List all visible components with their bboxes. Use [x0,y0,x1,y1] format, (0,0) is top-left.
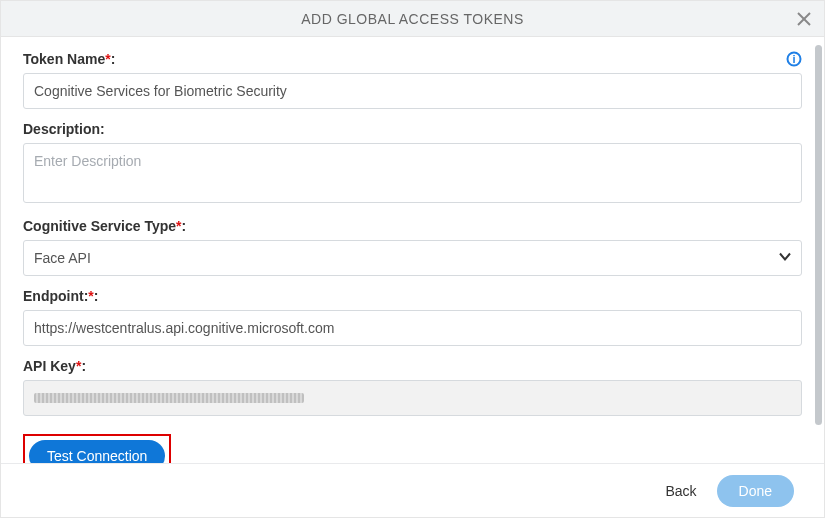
endpoint-label-text: Endpoint: [23,288,88,304]
required-marker: * [176,218,181,234]
service-type-label: Cognitive Service Type*: [23,218,802,234]
service-type-value: Face API [23,240,802,276]
modal-title: ADD GLOBAL ACCESS TOKENS [301,11,524,27]
service-type-label-text: Cognitive Service Type [23,218,176,234]
close-icon[interactable] [794,9,814,29]
description-field: Description: [23,121,802,206]
scrollbar-thumb[interactable] [815,45,822,425]
token-name-label-text: Token Name [23,51,105,67]
service-type-select[interactable]: Face API [23,240,802,276]
token-name-input[interactable] [23,73,802,109]
info-icon[interactable]: i [786,51,802,67]
masked-value [34,393,304,403]
description-input[interactable] [23,143,802,203]
svg-text:i: i [792,53,795,65]
required-marker: * [105,51,110,67]
test-connection-highlight: Test Connection [23,434,171,465]
required-marker: * [76,358,81,374]
modal-footer: Back Done [1,463,824,517]
api-key-label-text: API Key [23,358,76,374]
required-marker: * [88,288,93,304]
token-name-field: Token Name*: [23,51,802,109]
scrollbar[interactable] [815,43,822,453]
endpoint-field: Endpoint:*: [23,288,802,346]
service-type-field: Cognitive Service Type*: Face API [23,218,802,276]
test-connection-button[interactable]: Test Connection [29,440,165,465]
add-global-access-tokens-modal: ADD GLOBAL ACCESS TOKENS i Token Name*: … [0,0,825,518]
endpoint-input[interactable] [23,310,802,346]
description-label: Description: [23,121,802,137]
token-name-label: Token Name*: [23,51,802,67]
api-key-field: API Key*: [23,358,802,416]
api-key-label: API Key*: [23,358,802,374]
back-button[interactable]: Back [665,483,696,499]
endpoint-label: Endpoint:*: [23,288,802,304]
modal-header: ADD GLOBAL ACCESS TOKENS [1,1,824,37]
modal-body-wrap: i Token Name*: Description: Cognitive Se… [1,37,824,465]
api-key-input[interactable] [23,380,802,416]
done-button[interactable]: Done [717,475,794,507]
modal-body: i Token Name*: Description: Cognitive Se… [1,37,824,465]
